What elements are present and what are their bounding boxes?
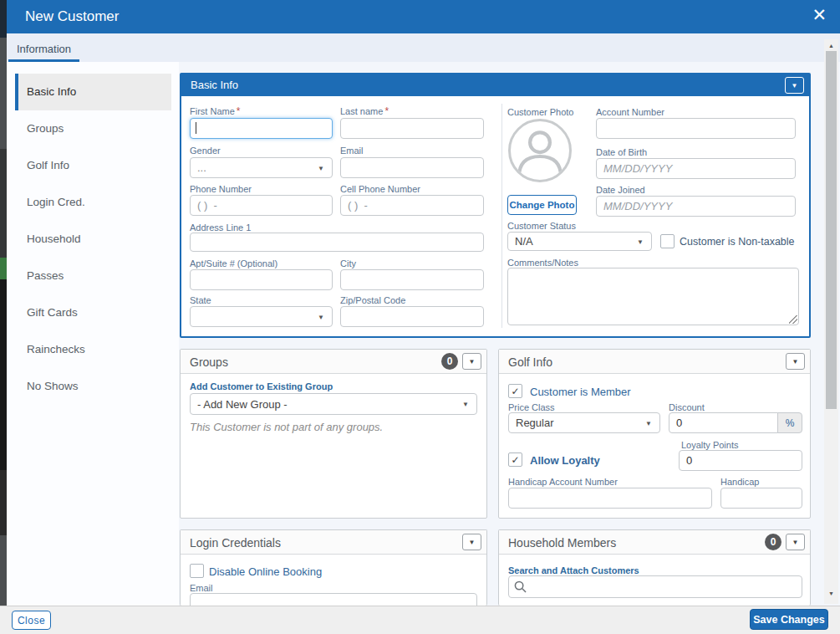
scrollbar-thumb[interactable]	[826, 51, 837, 409]
groups-panel-title: Groups	[190, 355, 228, 369]
scroll-up-icon[interactable]: ▲	[824, 39, 838, 52]
text-cursor	[196, 122, 196, 134]
close-icon[interactable]: ✕	[812, 5, 827, 25]
handicap-account-label: Handicap Account Number	[508, 477, 618, 487]
last-name-label: Last name*	[340, 105, 389, 117]
customer-search-box[interactable]	[508, 575, 802, 598]
phone-label: Phone Number	[190, 184, 252, 194]
sidebar-item-groups[interactable]: Groups	[15, 110, 171, 147]
add-group-select[interactable]: - Add New Group - ▼	[190, 393, 477, 415]
chevron-down-icon: ▼	[637, 238, 644, 245]
groups-panel: Groups 0 ▼	[180, 349, 487, 519]
dob-input[interactable]	[596, 158, 796, 179]
vertical-scrollbar[interactable]: ▲ ▼	[824, 39, 838, 604]
gender-label: Gender	[190, 146, 221, 156]
change-photo-button[interactable]: Change Photo	[507, 195, 577, 215]
close-button[interactable]: Close	[12, 611, 51, 630]
phone-input[interactable]	[190, 195, 333, 216]
discount-label: Discount	[669, 402, 705, 412]
required-icon: *	[237, 105, 241, 117]
chevron-down-icon: ▼	[792, 358, 799, 366]
last-name-input[interactable]	[340, 118, 484, 139]
chevron-down-icon: ▼	[792, 82, 798, 89]
comments-textarea[interactable]	[507, 268, 799, 325]
handicap-label: Handicap	[720, 477, 759, 487]
email-input[interactable]	[340, 157, 484, 178]
household-collapse-button[interactable]: ▼	[786, 534, 805, 550]
scroll-down-icon[interactable]: ▼	[824, 587, 838, 600]
chevron-down-icon: ▼	[462, 401, 469, 408]
groups-collapse-button[interactable]: ▼	[462, 353, 481, 370]
sidebar-item-golf-info[interactable]: Golf Info	[15, 147, 171, 184]
basic-info-panel-header: Basic Info ▼	[181, 74, 809, 96]
zip-label: Zip/Postal Code	[340, 295, 405, 305]
sidebar-item-gift-cards[interactable]: Gift Cards	[15, 294, 171, 331]
sidebar-item-basic-info[interactable]: Basic Info	[15, 74, 171, 110]
member-checkbox[interactable]: ✓	[508, 384, 522, 398]
save-changes-button[interactable]: Save Changes	[750, 609, 828, 630]
modal-title: New Customer	[25, 8, 119, 25]
sidebar-item-login-cred[interactable]: Login Cred.	[15, 184, 171, 221]
account-number-input[interactable]	[596, 118, 796, 139]
email-label: Email	[340, 146, 364, 156]
login-email-label: Email	[190, 583, 213, 593]
groups-empty-message: This Customer is not part of any groups.	[190, 421, 383, 433]
groups-count-badge: 0	[441, 353, 458, 370]
login-credentials-collapse-button[interactable]: ▼	[462, 534, 481, 550]
sidebar-item-no-shows[interactable]: No Shows	[15, 368, 171, 405]
member-label[interactable]: Customer is Member	[530, 386, 631, 398]
chevron-down-icon: ▼	[318, 164, 324, 171]
apt-suite-input[interactable]	[190, 269, 333, 290]
disable-online-booking-checkbox[interactable]	[190, 564, 204, 578]
city-input[interactable]	[340, 269, 484, 290]
first-name-input[interactable]	[190, 118, 333, 139]
non-taxable-checkbox[interactable]	[660, 234, 675, 248]
handicap-input[interactable]	[720, 488, 802, 509]
customer-status-label: Customer Status	[507, 221, 576, 231]
avatar	[508, 119, 572, 182]
golf-info-panel-header: Golf Info ▼	[499, 350, 810, 374]
check-icon: ✓	[511, 386, 519, 397]
new-customer-modal: New Customer ✕ Information Basic Info Gr…	[0, 0, 840, 634]
login-credentials-panel-header: Login Credentials ▼	[181, 530, 486, 555]
sidebar-item-household[interactable]: Household	[15, 221, 171, 258]
chevron-down-icon: ▼	[318, 313, 324, 320]
household-panel-header: Household Members 0 ▼	[499, 530, 810, 555]
cell-phone-label: Cell Phone Number	[340, 184, 420, 194]
loyalty-points-input[interactable]	[679, 450, 802, 471]
check-icon: ✓	[511, 454, 519, 466]
non-taxable-label[interactable]: Customer is Non-taxable	[680, 236, 795, 248]
date-joined-input[interactable]	[596, 196, 796, 217]
city-label: City	[340, 258, 356, 268]
date-joined-label: Date Joined	[596, 185, 645, 195]
basic-info-collapse-button[interactable]: ▼	[785, 77, 804, 94]
search-attach-label: Search and Attach Customers	[508, 565, 639, 575]
zip-input[interactable]	[340, 306, 484, 327]
search-icon	[514, 580, 527, 593]
customer-status-select[interactable]: N/A ▼	[507, 232, 652, 251]
price-class-label: Price Class	[508, 402, 555, 412]
handicap-account-input[interactable]	[508, 488, 712, 509]
discount-input[interactable]	[669, 412, 778, 433]
golf-info-collapse-button[interactable]: ▼	[786, 353, 805, 370]
allow-loyalty-checkbox[interactable]: ✓	[508, 452, 522, 467]
price-class-select[interactable]: Regular ▼	[508, 412, 660, 433]
cell-phone-input[interactable]	[340, 195, 484, 216]
dob-label: Date of Birth	[596, 147, 647, 157]
chevron-down-icon: ▼	[469, 539, 476, 546]
state-select[interactable]: ▼	[190, 306, 333, 327]
modal-footer: Close Save Changes	[0, 606, 840, 634]
allow-loyalty-label[interactable]: Allow Loyalty	[530, 454, 600, 467]
gender-select[interactable]: ... ▼	[190, 157, 333, 178]
customer-search-input[interactable]	[531, 580, 802, 593]
sidebar-item-passes[interactable]: Passes	[15, 258, 171, 294]
chevron-down-icon: ▼	[645, 419, 652, 427]
address1-input[interactable]	[190, 233, 484, 252]
first-name-label: First Name*	[190, 105, 240, 117]
tab-information[interactable]: Information	[8, 38, 79, 62]
disable-online-booking-label[interactable]: Disable Online Booking	[209, 565, 322, 578]
sidebar-item-rainchecks[interactable]: Rainchecks	[15, 331, 171, 368]
required-icon: *	[384, 105, 389, 117]
state-label: State	[190, 295, 211, 305]
login-credentials-panel-title: Login Credentials	[190, 536, 281, 550]
